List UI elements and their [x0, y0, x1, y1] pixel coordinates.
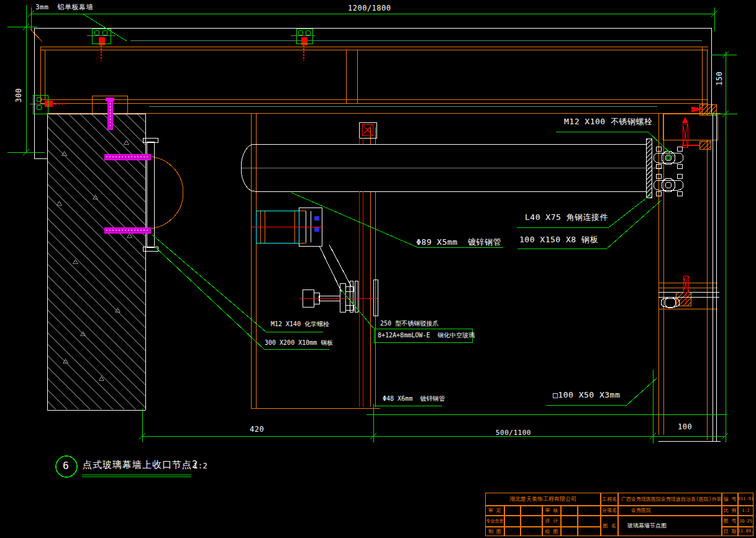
titleblock-blank: [561, 506, 578, 516]
sleeve-arc: [147, 157, 183, 229]
drawing-canvas: [0, 0, 756, 538]
label-angle-connector: L40 X75 角钢连接件: [525, 213, 608, 222]
titleblock-date-value: 2011.09.02: [738, 527, 754, 536]
titleblock-scale-label: 比 例: [722, 506, 738, 516]
titleblock-draw-label: 绘 图: [542, 527, 561, 536]
titleblock-project-label: 工程名: [601, 493, 618, 506]
titleblock-blank: [578, 516, 601, 527]
label-chemical-anchor: M12 X140 化学螺栓: [271, 321, 329, 327]
titleblock-blank: [561, 527, 578, 536]
titleblock-no-label: 编 号: [722, 493, 738, 506]
dim-right-value: 150: [716, 71, 724, 86]
titleblock-no-value: 2011-912: [738, 493, 754, 506]
label-small-pipe: Φ48 X6mm 镀锌钢管: [383, 395, 445, 402]
titleblock-sheet-label: 图 名: [601, 516, 618, 536]
bolt-group: [654, 147, 683, 196]
end-plate: [646, 139, 652, 198]
titleblock-approved-label: 审 定: [485, 506, 504, 516]
dim-bottom-left-value: 420: [250, 426, 264, 434]
detail-title: 点式玻璃幕墙上收口节点2: [83, 460, 198, 470]
titleblock-blank: [578, 506, 601, 516]
titleblock-design-label: 设 计: [542, 516, 561, 527]
titleblock-date-label: 日 期: [722, 527, 738, 536]
gasket-blocks: [676, 104, 716, 306]
titleblock-project-name: 广西金秀瑶医医院金秀瑶族自治县(医院)外装饰: [618, 493, 722, 506]
titleblock-blank: [521, 527, 542, 536]
titleblock-blank: [561, 516, 578, 527]
titleblock-blank: [504, 506, 521, 516]
detail-number: 6: [63, 460, 69, 472]
titleblock-blank: [521, 506, 542, 516]
titleblock-sub-name: 金秀医院: [618, 506, 722, 516]
dim-top-value: 1200/1800: [348, 4, 391, 12]
glazing-lines: [130, 40, 702, 106]
titleblock-sheet-name: 玻璃幕墙节点图: [618, 516, 722, 536]
dim-left-value: 300: [15, 88, 23, 103]
cad-drawing-sheet: 3mm 铝单板幕墙 1200/1800 300 150 M12 X100 不锈钢…: [0, 0, 756, 538]
titleblock-sub-label: 分项名: [601, 506, 618, 516]
dim-bottom-right-value: 100: [678, 423, 692, 431]
title-block: 湖北楚天装饰工程有限公司 工程名 广西金秀瑶医医院金秀瑶族自治县(医院)外装饰 …: [485, 493, 754, 536]
label-aluminum-panel-wall: 3mm 铝单板幕墙: [35, 4, 93, 11]
titleblock-fig-label: 图 号: [722, 516, 738, 527]
titleblock-scale-value: 1:2: [738, 506, 754, 516]
label-insulated-glass: 8+12A+8mmLOW-E 钢化中空玻璃: [378, 332, 475, 339]
label-stainless-bolt: M12 X100 不锈钢螺栓: [564, 117, 652, 126]
panel-clips: [33, 29, 312, 114]
label-steel-plate-left: 300 X200 X10mm 钢板: [265, 339, 333, 346]
titleblock-fig-value: JD-25: [738, 516, 754, 527]
titleblock-blank: [504, 527, 521, 536]
detail-scale: 1:2: [193, 462, 207, 470]
titleblock-blank: [578, 527, 601, 536]
label-spider-fitting: 250 型不锈钢驳接爪: [380, 320, 439, 327]
label-steel-plate-right: 100 X150 X8 钢板: [519, 235, 598, 244]
titleblock-company: 湖北楚天装饰工程有限公司: [485, 493, 601, 506]
label-rect-tube: □100 X50 X3mm: [553, 391, 620, 399]
titleblock-blank: [504, 516, 521, 527]
titleblock-checked-label: 审 核: [542, 506, 561, 516]
transom: [663, 114, 717, 140]
titleblock-draft-label: 制 图: [485, 527, 504, 536]
label-main-pipe: Φ89 X5mm 镀锌钢管: [416, 238, 501, 247]
titleblock-blank: [521, 516, 542, 527]
dim-bottom-mid-value: 500/1100: [496, 429, 531, 437]
titleblock-discipline-label: 专业负责: [485, 516, 504, 527]
